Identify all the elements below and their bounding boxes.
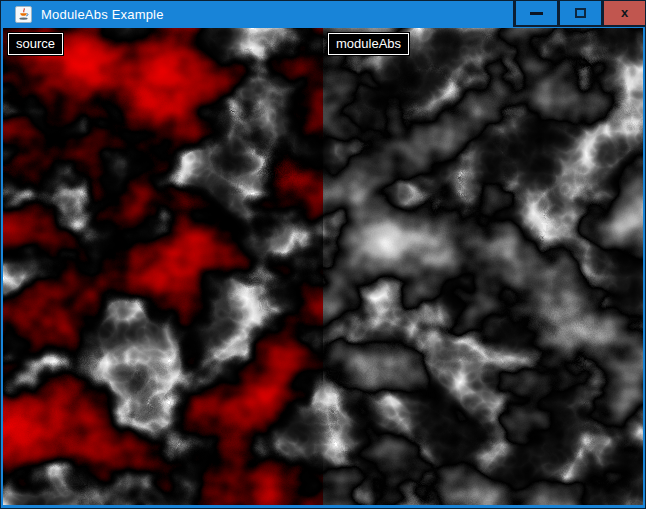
- minimize-button[interactable]: [513, 1, 557, 27]
- close-icon: x: [621, 6, 628, 19]
- source-label: source: [8, 33, 63, 55]
- titlebar[interactable]: ModuleAbs Example x: [1, 1, 645, 28]
- window-controls: x: [513, 1, 645, 27]
- maximize-button[interactable]: [557, 1, 601, 27]
- moduleabs-label: moduleAbs: [328, 33, 409, 55]
- noise-render: [3, 28, 643, 505]
- app-window: ModuleAbs Example x: [0, 0, 646, 509]
- java-coffee-cup-icon: [15, 6, 32, 23]
- window-title: ModuleAbs Example: [41, 7, 164, 22]
- close-button[interactable]: x: [601, 1, 645, 27]
- maximize-icon: [575, 8, 586, 18]
- minimize-icon: [530, 12, 543, 15]
- render-canvas: source moduleAbs: [3, 28, 643, 505]
